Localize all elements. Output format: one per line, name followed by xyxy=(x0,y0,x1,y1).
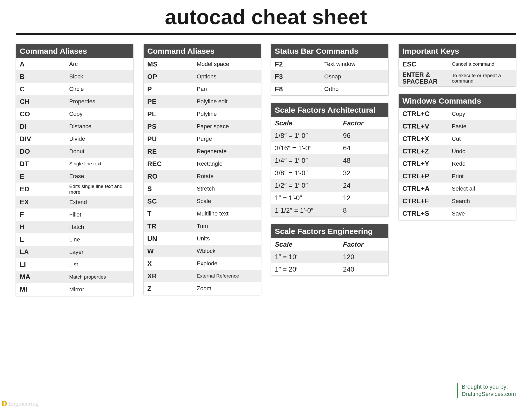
table-row: CHProperties xyxy=(16,95,133,108)
row-value: Select all xyxy=(452,185,512,192)
row-key: H xyxy=(20,223,69,231)
row-key: MA xyxy=(20,273,69,281)
row-key: 3/8″ = 1′-0″ xyxy=(275,169,343,177)
subheader-value: Factor xyxy=(343,119,385,127)
row-key: LI xyxy=(20,260,69,268)
row-value: 64 xyxy=(343,144,385,152)
row-value: Copy xyxy=(452,111,512,117)
table-row: CTRL+FSearch xyxy=(399,195,516,207)
table-row: LIList xyxy=(16,258,133,271)
row-value: Arc xyxy=(69,61,130,68)
row-key: ESC xyxy=(402,60,452,68)
row-value: Explode xyxy=(197,260,257,267)
row-key: CTRL+P xyxy=(402,172,452,180)
row-value: Distance xyxy=(69,123,130,130)
row-value: 96 xyxy=(343,132,385,140)
table-row: F3Osnap xyxy=(271,70,388,83)
row-key: 1/2″ = 1′-0″ xyxy=(275,181,343,190)
table-row: PLPolyline xyxy=(144,108,261,120)
row-value: Undo xyxy=(452,148,512,155)
table-row: F2Text window xyxy=(271,58,388,70)
row-value: 48 xyxy=(343,157,385,165)
row-value: Donut xyxy=(69,148,130,155)
row-value: Polyline xyxy=(197,111,257,117)
windows-commands-card: Windows Commands CTRL+CCopyCTRL+VPasteCT… xyxy=(399,94,516,220)
credit-line-1: Brought to you by: xyxy=(462,383,516,390)
card-rows: ESCCancel a commandENTER & SPACEBARTo ex… xyxy=(399,58,516,86)
table-row: XExplode xyxy=(144,257,261,270)
watermark: D Engineering xyxy=(0,399,39,408)
row-value: List xyxy=(69,261,130,268)
table-row: CTRL+SSave xyxy=(399,207,516,220)
row-value: Properties xyxy=(69,98,130,105)
row-value: Redo xyxy=(452,160,512,167)
row-key: DIV xyxy=(20,135,69,143)
row-value: Model space xyxy=(197,61,257,68)
row-key: TR xyxy=(147,222,197,230)
row-value: To execute or repeat a command xyxy=(452,73,512,84)
column-3: Status Bar Commands F2Text windowF3Osnap… xyxy=(271,44,388,275)
row-value: Single line text xyxy=(69,161,130,167)
table-row: 1″ = 1′-0″12 xyxy=(271,192,388,204)
row-value: Save xyxy=(452,210,512,217)
row-value: Units xyxy=(197,235,257,242)
table-row: EErase xyxy=(16,170,133,183)
table-subheader: ScaleFactor xyxy=(271,238,388,251)
card-rows: ScaleFactor1″ = 10′1201″ = 20′240 xyxy=(271,238,388,275)
table-row: WWblock xyxy=(144,245,261,257)
table-row: PPan xyxy=(144,83,261,95)
row-key: PL xyxy=(147,110,197,118)
table-row: CTRL+ZUndo xyxy=(399,145,516,158)
row-key: UN xyxy=(147,235,197,243)
row-value: Cancel a command xyxy=(452,61,512,67)
row-value: Fillet xyxy=(69,211,130,218)
table-row: XRExternal Reference xyxy=(144,270,261,282)
table-row: UNUnits xyxy=(144,232,261,245)
credit-line-2: DraftingServices.com xyxy=(462,390,516,398)
table-row: AArc xyxy=(16,58,133,70)
row-value: 120 xyxy=(343,253,385,261)
row-key: XR xyxy=(147,272,197,280)
table-row: HHatch xyxy=(16,221,133,233)
row-key: A xyxy=(20,60,69,68)
row-key: L xyxy=(20,235,69,244)
row-key: F8 xyxy=(275,85,324,93)
card-header: Scale Factors Engineering xyxy=(271,224,388,238)
table-row: 1/8″ = 1′-0″96 xyxy=(271,129,388,142)
subheader-value: Factor xyxy=(343,240,385,248)
table-row: TMultiline text xyxy=(144,207,261,220)
page-title: autocad cheat sheet xyxy=(16,5,516,29)
table-row: COCopy xyxy=(16,108,133,120)
row-key: CO xyxy=(20,110,69,118)
row-value: Hatch xyxy=(69,224,130,231)
row-key: LA xyxy=(20,248,69,256)
row-key: CTRL+A xyxy=(402,185,452,193)
row-key: 1″ = 20′ xyxy=(275,265,343,273)
table-row: EDEdits single line text and more xyxy=(16,183,133,196)
table-row: SStretch xyxy=(144,183,261,195)
column-4: Important Keys ESCCancel a commandENTER … xyxy=(399,44,516,220)
row-key: C xyxy=(20,85,69,93)
row-value: Rotate xyxy=(197,173,257,180)
row-value: Trim xyxy=(197,223,257,230)
column-1: Command Aliases AArcBBlockCCircleCHPrope… xyxy=(16,44,133,296)
row-value: Extend xyxy=(69,199,130,206)
row-key: DT xyxy=(20,160,69,168)
row-value: Zoom xyxy=(197,285,257,292)
credit-box: Brought to you by: DraftingServices.com xyxy=(457,383,516,398)
table-row: OPOptions xyxy=(144,70,261,83)
row-key: OP xyxy=(147,73,197,81)
table-row: PSPaper space xyxy=(144,120,261,133)
table-row: SCScale xyxy=(144,195,261,207)
row-key: CTRL+X xyxy=(402,135,452,143)
row-key: X xyxy=(147,260,197,268)
table-row: 1″ = 20′240 xyxy=(271,263,388,275)
table-row: PUPurge xyxy=(144,133,261,145)
table-row: MSModel space xyxy=(144,58,261,70)
table-row: DIDistance xyxy=(16,120,133,133)
row-key: 1″ = 1′-0″ xyxy=(275,194,343,202)
table-row: ENTER & SPACEBARTo execute or repeat a c… xyxy=(399,70,516,86)
table-subheader: ScaleFactor xyxy=(271,117,388,129)
table-row: CTRL+PPrint xyxy=(399,170,516,183)
table-row: DIVDivide xyxy=(16,133,133,145)
